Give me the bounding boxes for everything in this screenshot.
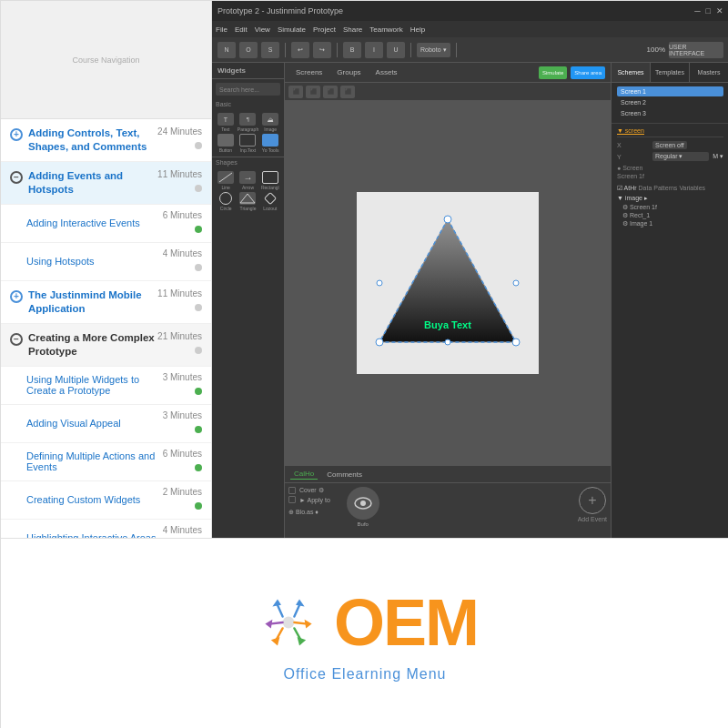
- menu-help[interactable]: Help: [410, 25, 425, 34]
- sidebar-subitem-hotspots[interactable]: Using Hotspots 4 Minutes: [1, 243, 211, 281]
- subitem-meta-highlighting: 4 Minutes: [163, 525, 202, 539]
- close-btn[interactable]: ✕: [716, 6, 723, 15]
- add-event-circle: +: [579, 487, 606, 514]
- attr-tab-variables[interactable]: Variables: [679, 185, 705, 192]
- events-add-btn[interactable]: + Add Event: [578, 487, 607, 522]
- attr-item-1: ▼ image ▸: [617, 195, 723, 202]
- widget-input-text[interactable]: Inp.Text: [238, 134, 258, 153]
- widget-search-placeholder: Search here...: [219, 86, 259, 93]
- sidebar-subitem-actions-events[interactable]: Defining Multiple Actions and Events 6 M…: [1, 443, 211, 481]
- sidebar-subitem-visual-appeal[interactable]: Adding Visual Appeal 3 Minutes: [1, 405, 211, 443]
- share-area-btn[interactable]: Share area: [571, 66, 605, 79]
- tab-screens[interactable]: Screens: [290, 66, 328, 78]
- sidebar-dot-actions-events: [195, 464, 202, 471]
- menu-share[interactable]: Share: [343, 25, 362, 34]
- oem-subtitle: Office Elearning Menu: [283, 666, 446, 682]
- subitem-meta-visual-appeal: 3 Minutes: [163, 410, 202, 437]
- sidebar-item-title-events: Adding Events and Hotspots: [28, 169, 157, 197]
- tab-groups[interactable]: Groups: [331, 66, 366, 78]
- menu-file[interactable]: File: [216, 25, 228, 34]
- toolbar-underline[interactable]: U: [387, 42, 405, 58]
- sidebar-subitem-highlighting[interactable]: Highlighting Interactive Areas 4 Minutes: [1, 520, 211, 539]
- sidebar-dot-multiple-widgets: [195, 388, 202, 395]
- right-screens-section: Screen 1 Screen 2 Screen 3: [612, 83, 728, 124]
- events-check-2: [288, 496, 296, 503]
- menu-edit[interactable]: Edit: [235, 25, 248, 34]
- attr-tab-style[interactable]: ☑ AtHr: [617, 185, 637, 192]
- menu-simulate[interactable]: Simulate: [278, 25, 306, 34]
- toolbar-redo[interactable]: ↪: [313, 42, 331, 58]
- minus-icon-events: −: [10, 171, 23, 184]
- toolbar-bold[interactable]: B: [343, 42, 361, 58]
- subitem-label-multiple-widgets: Using Multiple Widgets to Create a Proto…: [26, 374, 163, 396]
- right-tab-schemes[interactable]: Schemes: [612, 63, 651, 82]
- toolbar-italic[interactable]: I: [365, 42, 383, 58]
- widget-search-input[interactable]: Search here...: [216, 83, 280, 96]
- app-title-text: Prototype 2 - Justinmind Prototype: [217, 6, 343, 15]
- sidebar-subitem-interactive-events[interactable]: Adding Interactive Events 6 Minutes: [1, 205, 211, 243]
- sidebar-item-complex[interactable]: − Creating a More Complex Prototype 21 M…: [1, 324, 211, 367]
- attr-tab-data[interactable]: Data Patterns: [639, 185, 678, 192]
- widget-triangle-icon: [239, 192, 256, 205]
- align-right-btn[interactable]: ⬛: [323, 86, 338, 98]
- maximize-btn[interactable]: □: [706, 6, 711, 15]
- toolbar-font-dropdown[interactable]: Roboto ▾: [417, 43, 450, 57]
- svg-point-6: [376, 339, 383, 346]
- widget-triangle[interactable]: Triangle: [238, 192, 258, 211]
- svg-line-0: [219, 173, 232, 182]
- right-screen-1[interactable]: Screen 1: [617, 86, 723, 96]
- sidebar-item-mobile[interactable]: + The Justinmind Mobile Application 11 M…: [1, 281, 211, 324]
- align-center-btn[interactable]: ⬛: [306, 86, 320, 98]
- right-tab-masters[interactable]: Masters: [690, 63, 728, 82]
- widget-image[interactable]: ⛰ Image: [260, 113, 280, 132]
- widget-circle[interactable]: Circle: [216, 192, 236, 211]
- app-area: Prototype 2 - Justinmind Prototype ─ □ ✕…: [212, 1, 728, 538]
- toolbar-new[interactable]: N: [217, 42, 236, 58]
- sidebar-subitem-custom-widgets[interactable]: Creating Custom Widgets 2 Minutes: [1, 481, 211, 520]
- events-view-icon[interactable]: [347, 487, 379, 520]
- widget-paragraph[interactable]: ¶ Paragraph: [238, 113, 258, 132]
- events-header: CalHo Comments: [285, 466, 611, 483]
- prop-value-x[interactable]: Screen off: [652, 141, 687, 149]
- widget-section-shapes: Shapes: [212, 157, 284, 167]
- widget-lozout-icon: [264, 192, 277, 205]
- widget-line[interactable]: Line: [216, 171, 236, 190]
- minimize-btn[interactable]: ─: [694, 6, 700, 15]
- app-body: Widgets Search here... Basic T Text: [212, 63, 728, 538]
- menu-teamwork[interactable]: Teamwork: [369, 25, 402, 34]
- right-screen-3[interactable]: Screen 3: [617, 108, 723, 118]
- canvas-white-area[interactable]: Buya Text: [357, 192, 539, 374]
- toolbar-undo[interactable]: ↩: [291, 42, 309, 58]
- widget-lozout[interactable]: Lozout: [260, 192, 280, 211]
- tab-assets[interactable]: Assets: [370, 66, 403, 78]
- toolbar-open[interactable]: O: [239, 42, 258, 58]
- sidebar-meta-complex: 21 Minutes: [157, 331, 202, 358]
- events-tab-calho[interactable]: CalHo: [290, 469, 318, 480]
- oem-top: OEM: [252, 586, 478, 659]
- simulate-btn[interactable]: Simulate: [539, 66, 567, 79]
- align-left-btn[interactable]: ⬛: [288, 86, 303, 98]
- sidebar-subitem-multiple-widgets[interactable]: Using Multiple Widgets to Create a Proto…: [1, 367, 211, 405]
- app-titlebar: Prototype 2 - Justinmind Prototype ─ □ ✕: [212, 1, 728, 21]
- menu-project[interactable]: Project: [313, 25, 336, 34]
- sidebar-item-events[interactable]: − Adding Events and Hotspots 11 Minutes: [1, 162, 211, 205]
- right-screen-2[interactable]: Screen 2: [617, 97, 723, 107]
- svg-point-8: [377, 280, 382, 286]
- right-tab-templates[interactable]: Templates: [651, 63, 690, 82]
- canvas-main[interactable]: Buya Text: [285, 101, 611, 465]
- sidebar-item-controls[interactable]: + Adding Controls, Text, Shapes, and Com…: [1, 119, 211, 162]
- widget-text[interactable]: T Text: [216, 113, 236, 132]
- distribute-btn[interactable]: ⬛: [340, 86, 355, 98]
- events-tab-comments[interactable]: Comments: [323, 470, 366, 480]
- widget-arrow[interactable]: → Arrow: [238, 171, 258, 190]
- sidebar-item-title-mobile: The Justinmind Mobile Application: [28, 288, 157, 316]
- toolbar-ui-btn[interactable]: USER INTERFACE: [669, 42, 723, 58]
- attr-sub-2: ⚙ Rect_1: [617, 212, 723, 219]
- menu-view[interactable]: View: [255, 25, 270, 34]
- prop-dropdown-regular[interactable]: Regular ▾: [652, 152, 709, 161]
- toolbar-save[interactable]: S: [261, 42, 279, 58]
- widget-rectangle[interactable]: Rectangl: [260, 171, 280, 190]
- props-tab-style[interactable]: ▼ screen: [617, 127, 644, 135]
- widget-yo-tools[interactable]: Yo Tools: [260, 134, 280, 153]
- widget-button[interactable]: Button: [216, 134, 236, 153]
